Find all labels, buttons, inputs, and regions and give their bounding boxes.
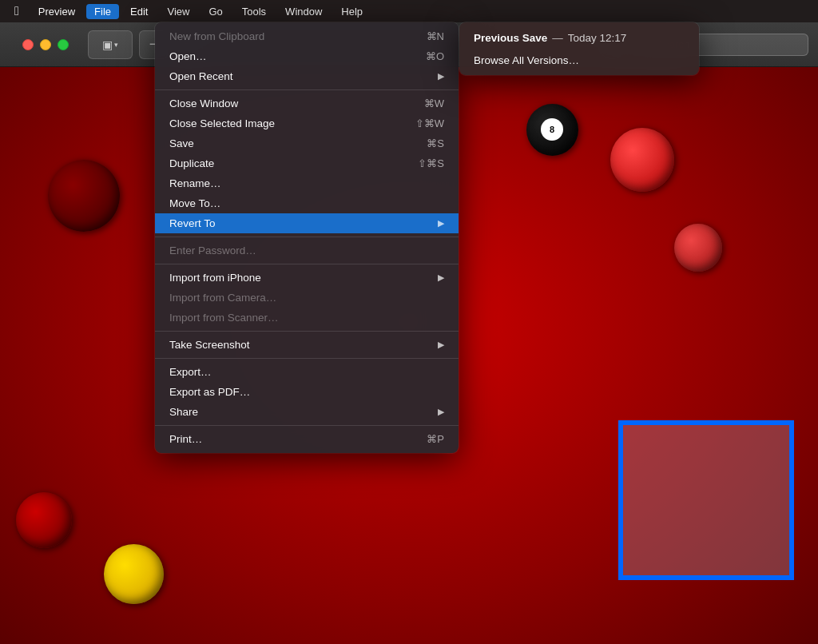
menubar-edit[interactable]: Edit bbox=[122, 4, 156, 19]
menu-save[interactable]: Save ⌘S bbox=[155, 133, 459, 153]
menu-take-screenshot-label: Take Screenshot bbox=[169, 339, 250, 351]
menu-export-pdf[interactable]: Export as PDF… bbox=[155, 382, 459, 402]
menubar-window[interactable]: Window bbox=[277, 4, 330, 19]
menu-rename[interactable]: Rename… bbox=[155, 173, 459, 193]
revert-to-submenu: Previous Save — Today 12:17 Browse All V… bbox=[459, 22, 699, 75]
menubar-preview[interactable]: Preview bbox=[30, 4, 83, 19]
ball-4 bbox=[610, 128, 674, 192]
menu-open-recent[interactable]: Open Recent ▶ bbox=[155, 66, 459, 86]
menu-new-clipboard-label: New from Clipboard bbox=[169, 30, 264, 42]
menu-export-pdf-label: Export as PDF… bbox=[169, 386, 250, 398]
menu-enter-password[interactable]: Enter Password… bbox=[155, 241, 459, 260]
traffic-lights bbox=[10, 39, 81, 50]
menu-open-label: Open… bbox=[169, 50, 207, 62]
menu-close-window-shortcut: ⌘W bbox=[424, 97, 444, 109]
sidebar-icon: ▣ bbox=[102, 38, 113, 51]
menu-take-screenshot[interactable]: Take Screenshot ▶ bbox=[155, 335, 459, 355]
menu-revert-to[interactable]: Revert To ▶ bbox=[155, 213, 459, 233]
separator-1 bbox=[155, 89, 459, 90]
menu-export[interactable]: Export… bbox=[155, 362, 459, 382]
menu-close-window-label: Close Window bbox=[169, 97, 238, 109]
menu-print-label: Print… bbox=[169, 433, 202, 445]
menu-share-label: Share bbox=[169, 406, 198, 418]
ball-5 bbox=[674, 224, 722, 272]
previous-save-label: Previous Save bbox=[474, 32, 547, 44]
menu-revert-to-label: Revert To bbox=[169, 217, 216, 229]
import-iphone-arrow: ▶ bbox=[438, 272, 444, 283]
menu-enter-password-label: Enter Password… bbox=[169, 244, 256, 256]
menu-new-clipboard-shortcut: ⌘N bbox=[427, 30, 444, 42]
menu-open-shortcut: ⌘O bbox=[426, 50, 444, 62]
menu-share[interactable]: Share ▶ bbox=[155, 402, 459, 422]
menu-import-iphone-label: Import from iPhone bbox=[169, 272, 261, 284]
submenu-previous-save[interactable]: Previous Save — Today 12:17 bbox=[459, 26, 699, 49]
menubar-go[interactable]: Go bbox=[201, 4, 230, 19]
menu-save-shortcut: ⌘S bbox=[427, 137, 444, 149]
menu-move-to[interactable]: Move To… bbox=[155, 193, 459, 213]
menu-import-camera[interactable]: Import from Camera… bbox=[155, 288, 459, 308]
menubar:  Preview File Edit View Go Tools Window… bbox=[0, 0, 818, 22]
chevron-down-icon: ▾ bbox=[114, 41, 118, 49]
ball-3 bbox=[104, 544, 164, 604]
separator-2 bbox=[155, 237, 459, 237]
open-recent-arrow: ▶ bbox=[438, 71, 444, 81]
menu-export-label: Export… bbox=[169, 366, 212, 378]
separator-4 bbox=[155, 331, 459, 332]
ball-2 bbox=[16, 492, 72, 548]
separator-6 bbox=[155, 425, 459, 426]
browse-versions-label: Browse All Versions… bbox=[474, 54, 579, 66]
submenu-browse-versions[interactable]: Browse All Versions… bbox=[459, 49, 699, 71]
menu-import-scanner-label: Import from Scanner… bbox=[169, 312, 279, 324]
menu-close-selected[interactable]: Close Selected Image ⇧⌘W bbox=[155, 113, 459, 133]
menu-print-shortcut: ⌘P bbox=[427, 433, 444, 445]
menu-print[interactable]: Print… ⌘P bbox=[155, 429, 459, 449]
separator-3 bbox=[155, 264, 459, 264]
take-screenshot-arrow: ▶ bbox=[438, 340, 444, 350]
menu-import-scanner[interactable]: Import from Scanner… bbox=[155, 308, 459, 328]
menubar-file[interactable]: File bbox=[86, 4, 119, 19]
blue-rect bbox=[618, 420, 794, 580]
file-menu-dropdown: New from Clipboard ⌘N Open… ⌘O Open Rece… bbox=[155, 22, 459, 453]
apple-menu[interactable]:  bbox=[6, 2, 27, 20]
close-button[interactable] bbox=[22, 39, 34, 50]
menubar-help[interactable]: Help bbox=[333, 4, 371, 19]
ball-1 bbox=[48, 160, 120, 232]
menu-open-recent-label: Open Recent bbox=[169, 70, 233, 82]
menu-duplicate[interactable]: Duplicate ⇧⌘S bbox=[155, 153, 459, 173]
em-dash: — bbox=[552, 32, 563, 44]
menu-import-iphone[interactable]: Import from iPhone ▶ bbox=[155, 268, 459, 288]
menu-import-camera-label: Import from Camera… bbox=[169, 292, 276, 304]
separator-5 bbox=[155, 358, 459, 359]
menu-close-window[interactable]: Close Window ⌘W bbox=[155, 93, 459, 113]
previous-save-time: Today 12:17 bbox=[568, 32, 627, 44]
menubar-view[interactable]: View bbox=[159, 4, 197, 19]
menu-save-label: Save bbox=[169, 137, 194, 149]
minimize-button[interactable] bbox=[40, 39, 51, 50]
menubar-tools[interactable]: Tools bbox=[234, 4, 274, 19]
menu-duplicate-label: Duplicate bbox=[169, 157, 214, 169]
ball-8: 8 bbox=[526, 104, 578, 156]
revert-to-arrow: ▶ bbox=[438, 218, 444, 229]
maximize-button[interactable] bbox=[58, 39, 69, 50]
menu-rename-label: Rename… bbox=[169, 177, 221, 189]
share-arrow: ▶ bbox=[438, 407, 444, 417]
menu-close-selected-label: Close Selected Image bbox=[169, 117, 275, 129]
menu-open[interactable]: Open… ⌘O bbox=[155, 46, 459, 66]
menu-new-clipboard[interactable]: New from Clipboard ⌘N bbox=[155, 26, 459, 46]
sidebar-toggle-button[interactable]: ▣ ▾ bbox=[88, 30, 133, 59]
menu-duplicate-shortcut: ⇧⌘S bbox=[418, 157, 444, 169]
menu-close-selected-shortcut: ⇧⌘W bbox=[415, 117, 444, 129]
menu-move-to-label: Move To… bbox=[169, 197, 220, 209]
